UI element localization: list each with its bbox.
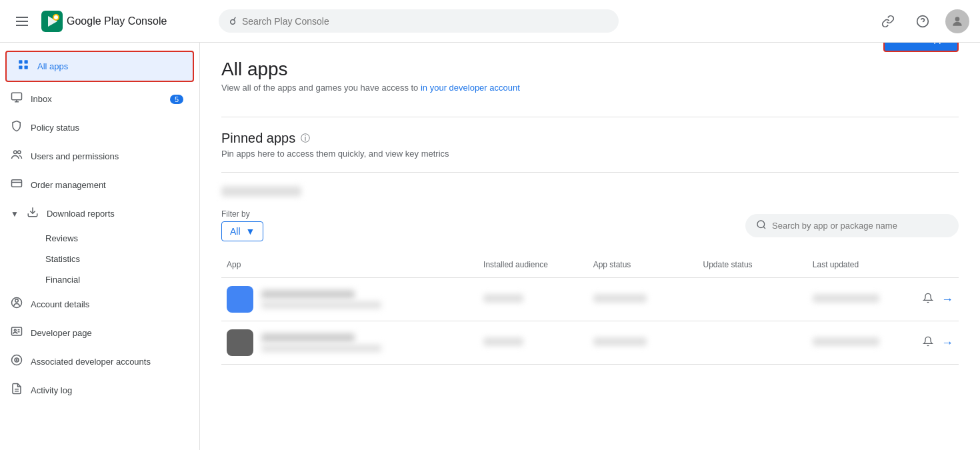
avatar[interactable] <box>945 9 969 33</box>
sidebar-item-reviews[interactable]: Reviews <box>35 228 194 249</box>
monitor-icon <box>11 91 23 107</box>
document-icon <box>11 383 23 398</box>
sidebar-item-developer[interactable]: Developer page <box>0 319 194 347</box>
content-area: All apps View all of the apps and games … <box>200 43 980 450</box>
app-search-input[interactable] <box>772 221 948 231</box>
top-search-bar[interactable]: ☌ <box>219 9 619 33</box>
sidebar-item-financial[interactable]: Financial <box>35 269 194 290</box>
link-icon-btn[interactable] <box>876 9 900 33</box>
td-date-1 <box>807 278 917 321</box>
download-icon <box>27 206 39 221</box>
help-circle-icon[interactable]: ⓘ <box>301 133 310 145</box>
sidebar-item-policy[interactable]: Policy status <box>0 113 194 142</box>
svg-point-15 <box>18 151 21 154</box>
svg-point-22 <box>14 329 16 331</box>
td-actions-2: → <box>917 321 959 365</box>
td-date-2 <box>807 321 917 365</box>
td-update-1 <box>698 278 807 321</box>
inbox-badge: 5 <box>170 95 183 104</box>
td-status-2 <box>588 321 698 365</box>
app-thumb-2 <box>227 329 253 356</box>
th-last-updated: Last updated <box>807 252 917 278</box>
td-audience-1 <box>478 278 588 321</box>
svg-rect-16 <box>12 180 22 187</box>
audience-value-2 <box>483 337 523 346</box>
sidebar-item-label: Policy status <box>31 123 79 133</box>
play-console-logo <box>41 11 63 32</box>
page-subtitle: View all of the apps and games you have … <box>221 83 520 93</box>
logo-area: Google Play Console <box>41 11 167 32</box>
sidebar-item-associated[interactable]: Associated developer accounts <box>0 347 194 376</box>
sidebar-item-all-apps[interactable]: All apps <box>5 51 194 82</box>
sidebar-item-orders[interactable]: Order management <box>0 171 194 199</box>
table-row: → <box>221 278 959 321</box>
app-search-bar[interactable] <box>745 214 959 237</box>
filter-label: Filter by <box>221 209 263 219</box>
svg-point-25 <box>16 359 17 361</box>
filter-section: Filter by All ▼ <box>221 209 263 241</box>
td-status-1 <box>588 278 698 321</box>
table-row: → <box>221 321 959 365</box>
logo-text: Google Play Console <box>67 15 167 27</box>
sidebar-item-inbox[interactable]: Inbox 5 <box>0 85 194 113</box>
id-card-icon <box>11 325 23 341</box>
td-actions-1: → <box>917 278 959 321</box>
sidebar-item-label: Download reports <box>47 209 115 219</box>
sidebar-item-label: Inbox <box>31 94 52 104</box>
date-value-2 <box>813 337 879 346</box>
hamburger-menu[interactable] <box>11 11 33 31</box>
sidebar-item-downloads[interactable]: ▼ Download reports <box>0 199 194 228</box>
sidebar-item-account[interactable]: Account details <box>0 290 194 319</box>
pinned-item-blurred <box>221 186 959 199</box>
td-app-1 <box>221 278 478 321</box>
filter-row: Filter by All ▼ <box>221 209 959 241</box>
sidebar: All apps Inbox 5 Policy status <box>0 43 200 450</box>
action-icons-2: → <box>923 336 953 350</box>
svg-line-29 <box>763 227 765 229</box>
help-icon-btn[interactable] <box>911 9 935 33</box>
td-audience-2 <box>478 321 588 365</box>
app-name-2 <box>261 333 355 342</box>
blurred-pinned-name <box>221 186 301 197</box>
sidebar-item-users[interactable]: Users and permissions <box>0 142 194 171</box>
bell-icon-1[interactable] <box>923 293 933 306</box>
pinned-section-subtitle: Pin apps here to access them quickly, an… <box>221 149 959 159</box>
sidebar-item-activity[interactable]: Activity log <box>0 376 194 405</box>
topbar: Google Play Console ☌ <box>0 0 980 43</box>
td-update-2 <box>698 321 807 365</box>
arrow-right-icon-2[interactable]: → <box>941 336 953 350</box>
people-icon <box>11 149 23 164</box>
bell-icon-2[interactable] <box>923 336 933 349</box>
sidebar-item-label: Reviews <box>45 233 78 243</box>
grid-icon <box>17 59 29 74</box>
sidebar-item-statistics[interactable]: Statistics <box>35 249 194 269</box>
logo-suffix: Console <box>128 15 167 27</box>
subtitle-link[interactable]: in your developer account <box>421 83 520 93</box>
app-cell-1 <box>227 286 473 313</box>
person-circle-icon <box>11 297 23 312</box>
th-update-status: Update status <box>698 252 807 278</box>
th-app-status: App status <box>588 252 698 278</box>
svg-rect-9 <box>19 66 22 69</box>
topbar-right <box>876 9 969 33</box>
table-header: App Installed audience App status Update… <box>221 252 959 278</box>
app-name-1 <box>261 290 355 299</box>
sidebar-item-label: Users and permissions <box>31 151 119 161</box>
dropdown-arrow-icon: ▼ <box>246 226 255 237</box>
search-filter-icon <box>756 219 767 232</box>
arrow-right-icon-1[interactable]: → <box>941 293 953 307</box>
sidebar-sub-statistics: Statistics <box>0 249 199 269</box>
action-icons-1: → <box>923 293 953 307</box>
date-value-1 <box>813 294 879 303</box>
audience-value-1 <box>483 294 523 303</box>
search-input[interactable] <box>242 16 608 27</box>
create-app-button[interactable]: Create app <box>883 43 959 52</box>
svg-rect-21 <box>12 327 22 335</box>
sidebar-item-label: Associated developer accounts <box>31 357 151 367</box>
divider-pinned <box>221 172 959 173</box>
sidebar-item-label: Financial <box>45 275 80 285</box>
filter-dropdown[interactable]: All ▼ <box>221 221 263 241</box>
sidebar-item-label: Activity log <box>31 385 72 395</box>
status-value-1 <box>593 294 647 303</box>
status-value-2 <box>593 337 647 346</box>
